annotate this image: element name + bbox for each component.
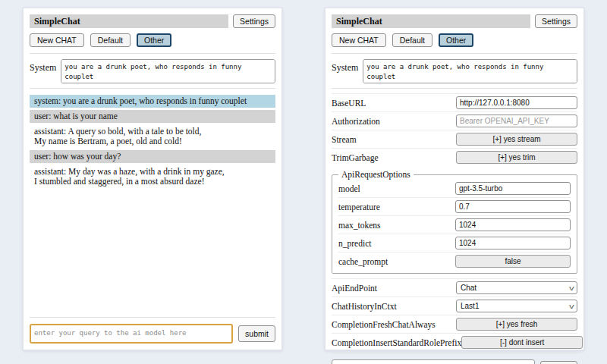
baseurl-label: BaseURL: [332, 99, 366, 108]
chat-history-in-ctxt-select[interactable]: Last1 v: [456, 300, 577, 312]
setting-row-n-predict: n_predict: [338, 234, 571, 252]
setting-row-max-tokens: max_tokens: [338, 215, 571, 234]
submit-button[interactable]: submit: [238, 325, 275, 342]
system-prompt-input[interactable]: you are a drunk poet, who responds in fu…: [61, 59, 275, 83]
simplechat-screens: SimpleChat Settings New CHAT Default Oth…: [0, 0, 607, 364]
query-row: submit: [30, 324, 275, 344]
setting-row-api-endpoint: ApiEndPoint Chat v: [332, 278, 577, 297]
chat-history-in-ctxt-label: ChatHistoryInCtxt: [332, 302, 397, 311]
settings-button[interactable]: Settings: [233, 14, 275, 28]
cache-prompt-toggle-button[interactable]: false: [455, 255, 571, 268]
chat-message-list: system: you are a drunk poet, who respon…: [30, 92, 275, 315]
api-request-options-fieldset: ApiRequestOptions model temperature max_…: [332, 170, 577, 274]
settings-header: SimpleChat Settings: [332, 14, 577, 28]
setting-row-completion-fresh-chat-always: CompletionFreshChatAlways [+] yes fresh: [332, 315, 577, 333]
chat-message-system: system: you are a drunk poet, who respon…: [30, 95, 275, 108]
system-prompt-input[interactable]: you are a drunk poet, who responds in fu…: [363, 59, 577, 83]
temperature-input[interactable]: [455, 200, 571, 213]
setting-row-authorization: Authorization: [332, 111, 577, 130]
stream-label: Stream: [332, 135, 357, 144]
n-predict-label: n_predict: [338, 239, 371, 248]
settings-panel: SimpleChat Settings New CHAT Default Oth…: [325, 8, 584, 350]
divider: [332, 88, 577, 89]
system-prompt-row: System you are a drunk poet, who respond…: [30, 59, 275, 83]
divider: [30, 88, 275, 89]
authorization-label: Authorization: [332, 117, 380, 126]
session-button-default[interactable]: Default: [90, 33, 131, 47]
app-title: SimpleChat: [30, 14, 228, 28]
completion-fresh-chat-always-label: CompletionFreshChatAlways: [332, 320, 436, 329]
chat-message-user: user: how was your day?: [30, 150, 275, 163]
chevron-down-icon: v: [568, 285, 574, 291]
settings-list: BaseURL Authorization Stream [+] yes str…: [332, 93, 577, 351]
max-tokens-label: max_tokens: [338, 221, 381, 230]
session-buttons: New CHAT Default Other: [332, 33, 577, 47]
model-input[interactable]: [455, 182, 571, 195]
completion-fresh-chat-toggle-button[interactable]: [+] yes fresh: [456, 318, 577, 331]
cache-prompt-label: cache_prompt: [338, 257, 388, 266]
divider: [332, 53, 577, 54]
setting-row-baseurl: BaseURL: [332, 93, 577, 111]
session-buttons: New CHAT Default Other: [30, 33, 275, 47]
chat-message-assistant: assistant: My day was a haze, with a dri…: [30, 165, 275, 188]
divider: [30, 53, 275, 54]
chat-message-assistant: assistant: A query so bold, with a tale …: [30, 125, 275, 148]
chat-header: SimpleChat Settings: [30, 14, 275, 28]
query-input[interactable]: [332, 359, 535, 364]
divider: [332, 353, 577, 353]
baseurl-input[interactable]: [456, 96, 577, 109]
chevron-down-icon: v: [568, 303, 574, 309]
app-title: SimpleChat: [332, 14, 530, 28]
chat-message-user: user: what is your name: [30, 110, 275, 123]
model-label: model: [338, 184, 360, 193]
trimgarbage-toggle-button[interactable]: [+] yes trim: [456, 151, 577, 164]
stream-toggle-button[interactable]: [+] yes stream: [456, 133, 577, 146]
settings-button[interactable]: Settings: [535, 14, 577, 28]
divider: [30, 317, 275, 318]
chat-history-selected-value: Last1: [461, 302, 479, 310]
system-prompt-row: System you are a drunk poet, who respond…: [332, 59, 577, 83]
setting-row-temperature: temperature: [338, 197, 571, 215]
system-prompt-label: System: [332, 59, 358, 74]
temperature-label: temperature: [338, 202, 380, 212]
setting-row-stream: Stream [+] yes stream: [332, 130, 577, 148]
api-endpoint-selected-value: Chat: [461, 284, 476, 292]
setting-row-cache-prompt: cache_prompt false: [338, 252, 571, 270]
session-button-other[interactable]: Other: [137, 33, 171, 47]
setting-row-completion-insert-standard-role-prefix: CompletionInsertStandardRolePrefix [-] d…: [332, 333, 577, 351]
n-predict-input[interactable]: [455, 237, 571, 249]
session-button-other[interactable]: Other: [439, 33, 473, 47]
setting-row-chat-history-in-ctxt: ChatHistoryInCtxt Last1 v: [332, 297, 577, 315]
completion-insert-role-prefix-toggle-button[interactable]: [-] dont insert: [461, 336, 583, 349]
trimgarbage-label: TrimGarbage: [332, 153, 379, 162]
setting-row-trimgarbage: TrimGarbage [+] yes trim: [332, 148, 577, 166]
new-chat-button[interactable]: New CHAT: [30, 33, 84, 47]
api-endpoint-label: ApiEndPoint: [332, 284, 377, 293]
setting-row-model: model: [338, 180, 571, 197]
authorization-input[interactable]: [456, 115, 577, 127]
query-input[interactable]: [30, 324, 233, 344]
completion-insert-standard-role-prefix-label: CompletionInsertStandardRolePrefix: [332, 338, 461, 347]
api-request-options-legend: ApiRequestOptions: [338, 170, 414, 179]
submit-button[interactable]: submit: [540, 361, 577, 364]
query-row: submit: [332, 359, 577, 364]
max-tokens-input[interactable]: [455, 218, 571, 231]
system-prompt-label: System: [30, 59, 56, 74]
api-endpoint-select[interactable]: Chat v: [456, 281, 577, 294]
new-chat-button[interactable]: New CHAT: [332, 33, 386, 47]
session-button-default[interactable]: Default: [392, 33, 432, 47]
chat-panel: SimpleChat Settings New CHAT Default Oth…: [23, 8, 282, 350]
